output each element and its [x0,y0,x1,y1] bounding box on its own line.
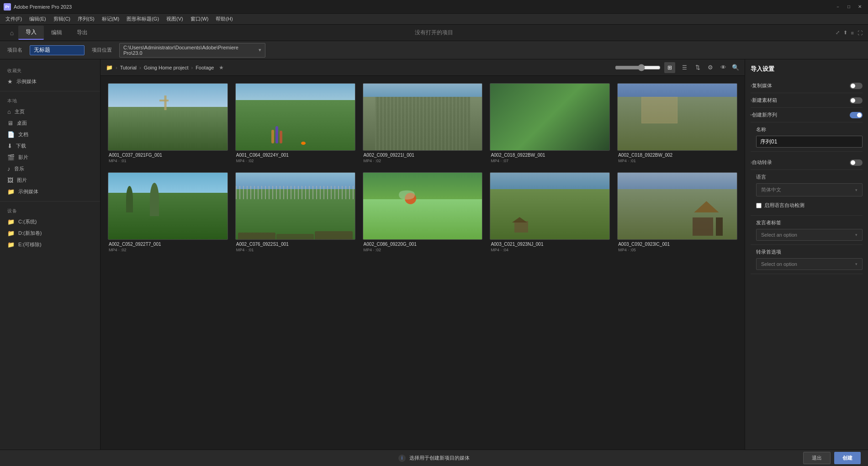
transcription-prefs-select[interactable]: Select on option ▾ [756,258,863,270]
fullscreen-icon[interactable]: ⛶ [857,30,863,36]
sidebar-item-pictures[interactable]: 🖼 图片 [0,175,100,186]
auto-transcription-label: 自动转录 [752,159,772,166]
sidebar-label-sample-media-fav: 示例媒体 [16,78,37,85]
movies-icon: 🎬 [7,154,15,161]
media-item-1[interactable]: A001_C037_0921FG_001 MP4 · :01 [108,83,228,165]
search-icon[interactable]: 🔍 [732,64,739,71]
sidebar-item-drive-c[interactable]: 📁 C:(系统) [0,216,100,228]
create-button[interactable]: 创建 [834,452,861,464]
menu-icon[interactable]: ≡ [851,30,854,36]
sidebar-item-desktop[interactable]: 🖥 桌面 [0,117,100,129]
expand-icon[interactable]: ⤢ [836,30,840,36]
sidebar-section-local: 本地 [0,95,100,106]
menu-view[interactable]: 视图(V) [163,15,187,23]
share-icon[interactable]: ⬆ [843,30,847,36]
create-seq-toggle[interactable] [850,112,863,118]
sidebar-item-downloads[interactable]: ⬇ 下载 [0,140,100,152]
settings-create-sequence[interactable]: › 创建新序列 [751,108,863,122]
media-meta-8: MP4 · :02 [364,248,482,252]
media-item-5[interactable]: A002_C018_0922BW_002 MP4 · :01 [617,83,737,165]
speaker-labels-select[interactable]: Select an option ▾ [756,229,863,241]
size-slider-input[interactable] [615,64,661,71]
breadcrumb-tutorial[interactable]: Tutorial [120,65,137,70]
breadcrumb-folder-icon[interactable]: 📁 [106,64,113,71]
media-item-4[interactable]: A002_C018_0922BW_001 MP4 · :07 [490,83,610,165]
transcription-select-value: Select on option [761,261,797,267]
list-view-button[interactable]: ☰ [679,62,690,73]
menu-marker[interactable]: 标记(M) [98,15,123,23]
exit-button[interactable]: 退出 [803,452,831,464]
auto-transcription-toggle[interactable] [850,159,863,166]
sequence-name-input[interactable] [756,136,863,148]
minimize-button[interactable]: － [833,2,842,11]
menu-file[interactable]: 文件(F) [2,15,26,23]
new-bin-toggle[interactable] [850,97,863,104]
media-item-2[interactable]: A001_C064_09224Y_001 MP4 · :02 [235,83,355,165]
media-thumbnail-8 [363,172,483,240]
media-info-4: A002_C018_0922BW_001 MP4 · :07 [490,151,610,165]
sidebar-item-drive-d[interactable]: 📁 D:(新加卷) [0,228,100,239]
settings-copy-media[interactable]: › 复制媒体 [751,79,863,93]
location-label: 项目位置 [92,47,112,53]
grid-view-button[interactable]: ⊞ [664,62,675,73]
close-button[interactable]: ✕ [855,2,864,11]
music-icon: ♪ [7,165,11,172]
sidebar-item-music[interactable]: ♪ 音乐 [0,163,100,175]
document-icon: 📄 [7,131,15,138]
thumbnail-size-slider [615,64,661,71]
media-name-10: A003_C092_0923IC_001 [618,242,736,247]
media-thumbnail-10 [617,172,737,240]
language-select[interactable]: 简体中文 ▾ [756,183,863,196]
media-item-10[interactable]: A003_C092_0923IC_001 MP4 · :05 [617,172,737,254]
media-item-7[interactable]: A002_C076_0922S1_001 MP4 · :01 [235,172,355,254]
detect-language-checkbox[interactable] [756,203,762,208]
media-item-3[interactable]: A002_C009_09221I_001 MP4 · :02 [363,83,483,165]
maximize-button[interactable]: □ [844,2,853,11]
tab-import[interactable]: 导入 [18,26,44,40]
sidebar-item-movies[interactable]: 🎬 影片 [0,152,100,163]
menu-edit[interactable]: 编辑(E) [26,15,50,23]
sidebar-label-sample-media: 示例媒体 [18,188,38,195]
project-name-input[interactable] [30,45,85,55]
tab-edit[interactable]: 编辑 [44,26,69,39]
right-panel: 导入设置 › 复制媒体 › 新建素材箱 › 创建新序列 名称 › 自动转录 [745,59,868,450]
sidebar-item-home[interactable]: ⌂ 主页 [0,106,100,117]
filter-icon[interactable]: ⚙ [706,63,715,72]
menu-help[interactable]: 帮助(H) [212,15,236,23]
tab-export[interactable]: 导出 [69,26,95,39]
settings-new-bin[interactable]: › 新建素材箱 [751,93,863,108]
copy-media-toggle[interactable] [850,83,863,89]
settings-auto-transcription[interactable]: › 自动转录 [751,155,863,170]
media-meta-9: MP4 · :04 [491,248,609,252]
menu-graphics[interactable]: 图形和标题(G) [123,15,163,23]
media-item-9[interactable]: A003_C021_0923NJ_001 MP4 · :04 [490,172,610,254]
speaker-select-value: Select an option [761,232,797,238]
menu-clip[interactable]: 剪辑(C) [50,15,74,23]
detect-language-label: 启用语言自动检测 [764,202,804,209]
sidebar-divider-1 [0,91,100,91]
top-nav-right-icons: ⤢ ⬆ ≡ ⛶ [836,30,863,36]
sidebar-item-drive-e[interactable]: 📁 E:(可移除) [0,239,100,250]
transcription-prefs-label: 转录首选项 [756,249,863,255]
visibility-icon[interactable]: 👁 [719,63,728,72]
sidebar-divider-2 [0,201,100,201]
menu-window[interactable]: 窗口(W) [187,15,212,23]
info-icon: i [398,455,406,462]
location-path[interactable]: C:\Users\Administrator\Documents\Adobe\P… [119,43,265,58]
media-item-8[interactable]: A002_C086_09220G_001 MP4 · :02 [363,172,483,254]
breadcrumb-going-home[interactable]: Going Home project [144,65,189,70]
sidebar-item-sample-media[interactable]: 📁 示例媒体 [0,186,100,197]
sidebar-item-documents[interactable]: 📄 文档 [0,129,100,140]
media-info-7: A002_C076_0922S1_001 MP4 · :01 [235,240,355,254]
sidebar-item-sample-media-fav[interactable]: ★ 示例媒体 [0,76,100,87]
breadcrumb-sep-1: › [116,65,117,70]
media-item-6[interactable]: A002_C052_0922T7_001 MP4 · :02 [108,172,228,254]
sort-icon[interactable]: ⇅ [693,63,702,72]
breadcrumb-star-icon[interactable]: ★ [219,64,224,71]
media-name-1: A001_C037_0921FG_001 [109,153,227,158]
media-name-7: A002_C076_0922S1_001 [236,242,355,247]
media-name-6: A002_C052_0922T7_001 [109,242,227,247]
home-button[interactable]: ⌂ [5,26,18,39]
menu-sequence[interactable]: 序列(S) [74,15,98,23]
breadcrumb-footage[interactable]: Footage [196,65,214,70]
